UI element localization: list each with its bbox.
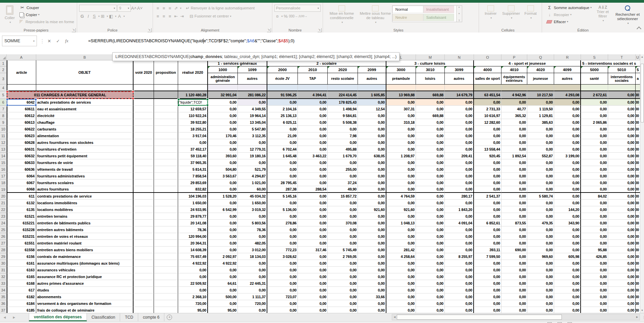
row-header-17[interactable]: 17	[0, 173, 7, 179]
cell-E14[interactable]: 59 118,40	[178, 153, 208, 159]
cell-P5[interactable]: 4 942,96	[501, 91, 527, 99]
row-header-33[interactable]: 33	[0, 280, 7, 287]
cell-D10[interactable]	[154, 126, 178, 132]
row-header-12[interactable]: 12	[0, 139, 7, 146]
cell-E11[interactable]: 3 917,04	[178, 132, 208, 139]
cell-L6[interactable]: 0,00	[386, 99, 416, 106]
cell-I16[interactable]: 0,00	[298, 166, 328, 173]
cell-U25[interactable]: 0,00	[636, 226, 640, 233]
cell-B23[interactable]: entretien terrains	[36, 213, 133, 220]
cell-P33[interactable]: 0,00	[501, 280, 527, 287]
copy-button[interactable]: Copier▾	[19, 11, 75, 18]
cell-U31[interactable]: 0,00	[636, 267, 640, 273]
cell-N5[interactable]: 14 679,79	[445, 91, 474, 99]
cell-B15[interactable]: fournitures de voirie	[36, 159, 133, 166]
cell-I26[interactable]: 0,00	[298, 233, 328, 240]
cell-T26[interactable]: 0,00	[608, 233, 636, 240]
column-header-P[interactable]: P	[501, 54, 527, 60]
cell-O12[interactable]: 0,00	[474, 139, 501, 146]
cell-U8[interactable]: 0,00	[636, 112, 640, 119]
cell-J14[interactable]: 1 679,70	[328, 153, 358, 159]
cell-I33[interactable]: 0,00	[298, 280, 328, 287]
cell-K16[interactable]: 0,00	[358, 166, 386, 173]
cell-B17[interactable]: fournitures administratives	[36, 173, 133, 179]
cell-N14[interactable]: 209,41	[445, 153, 474, 159]
cell-K25[interactable]: 0,00	[358, 226, 386, 233]
cell-R14[interactable]: 3 199,00	[554, 153, 581, 159]
cell-B7[interactable]: eau et assainissement	[36, 106, 133, 112]
cell-E15[interactable]: 37 965,35	[178, 159, 208, 166]
cell-P9[interactable]: 0,00	[501, 119, 527, 126]
cell-E32[interactable]: 0,00	[178, 273, 208, 280]
format-cells-button[interactable]: Format▾	[522, 4, 539, 26]
cell-R37[interactable]: 0,00	[554, 307, 581, 313]
cell-U24[interactable]: 0,00	[636, 220, 640, 226]
cell-G28[interactable]: 3 012,00	[238, 247, 267, 253]
cell-H13[interactable]: 6 702,44	[267, 146, 298, 153]
cell-P13[interactable]: 0,00	[501, 146, 527, 153]
cell-F22[interactable]: 6 542,99	[208, 206, 238, 213]
cell-E36[interactable]: 720,00	[178, 300, 208, 307]
cell-C32[interactable]	[133, 273, 154, 280]
cell-E23[interactable]: 29 879,77	[178, 213, 208, 220]
cell-A23[interactable]: 61521	[7, 213, 36, 220]
cell-R17[interactable]: 0,00	[554, 173, 581, 179]
fill-color-icon[interactable]: ◧	[108, 13, 114, 19]
cell-F36[interactable]: 0,00	[208, 300, 238, 307]
cell-Q30[interactable]: 0,00	[527, 260, 554, 267]
cell-S5[interactable]: 2 672,61	[581, 91, 608, 99]
cell-O13[interactable]: 13 558,44	[474, 146, 501, 153]
cell-A7[interactable]: 60611	[7, 106, 36, 112]
cell-H36[interactable]: 0,00	[267, 300, 298, 307]
row-header-2[interactable]: 2	[0, 66, 7, 73]
cell-B22[interactable]: locations mobilières	[36, 206, 133, 213]
cell-S7[interactable]: 0,00	[581, 106, 608, 112]
column-code-2000[interactable]: 2000	[267, 66, 298, 73]
column-code-3099[interactable]: 3099	[445, 66, 474, 73]
cell-Q24[interactable]: 479,35	[527, 220, 554, 226]
cell-M24[interactable]: 0,00	[416, 220, 445, 226]
cell-L21[interactable]: 0,00	[386, 200, 416, 206]
cell-N6[interactable]: 0,00	[445, 99, 474, 106]
cell-G29[interactable]: 18 134,03	[238, 253, 267, 260]
cell-Q5[interactable]: 10 217,50	[527, 91, 554, 99]
cell-K15[interactable]: 0,00	[358, 159, 386, 166]
cell-O23[interactable]: 0,00	[474, 213, 501, 220]
vertical-scroll-thumb[interactable]	[641, 64, 644, 122]
cell-C34[interactable]	[133, 287, 154, 293]
row-header-19[interactable]: 19	[0, 186, 7, 193]
cell-H28[interactable]: 772,23	[267, 247, 298, 253]
cell-F15[interactable]: 0,00	[208, 159, 238, 166]
cell-A25[interactable]: 615228	[7, 226, 36, 233]
cell-K29[interactable]: 0,00	[358, 253, 386, 260]
cell-A10[interactable]: 60622	[7, 126, 36, 132]
horizontal-scroll-thumb[interactable]	[397, 315, 562, 320]
cell-L37[interactable]: 0,00	[386, 307, 416, 313]
cell-L26[interactable]: 0,00	[386, 233, 416, 240]
cell-L33[interactable]: 0,00	[386, 280, 416, 287]
cell-I15[interactable]: 0,00	[298, 159, 328, 166]
cell-P37[interactable]: 0,00	[501, 307, 527, 313]
column-code-3010[interactable]: 3010	[416, 66, 445, 73]
cell-J31[interactable]: 0,00	[328, 267, 358, 273]
cell-P18[interactable]: 0,00	[501, 179, 527, 186]
cell-U35[interactable]: 0,00	[636, 293, 640, 300]
cell-L7[interactable]: 307,31	[386, 106, 416, 112]
cell-U20[interactable]: 0,00	[636, 193, 640, 200]
cell-D17[interactable]	[154, 173, 178, 179]
cell-I18[interactable]: 0,00	[298, 179, 328, 186]
cell-M37[interactable]: 0,00	[416, 307, 445, 313]
cell-N26[interactable]: 0,00	[445, 233, 474, 240]
row-header-14[interactable]: 14	[0, 153, 7, 159]
cell-Q12[interactable]: 0,00	[527, 139, 554, 146]
cell-P14[interactable]: 1 892,54	[501, 153, 527, 159]
cell-P16[interactable]: 0,00	[501, 166, 527, 173]
cell-D36[interactable]	[154, 300, 178, 307]
row-header-28[interactable]: 28	[0, 247, 7, 253]
cell-P7[interactable]: 40,77	[501, 106, 527, 112]
cell-B18[interactable]: fournitures scolaires	[36, 179, 133, 186]
font-dialog-launcher[interactable]: ↘	[148, 28, 152, 32]
cell-O15[interactable]: 0,00	[474, 159, 501, 166]
cell-A12[interactable]: 60628	[7, 139, 36, 146]
cell-R20[interactable]: 0,00	[554, 193, 581, 200]
